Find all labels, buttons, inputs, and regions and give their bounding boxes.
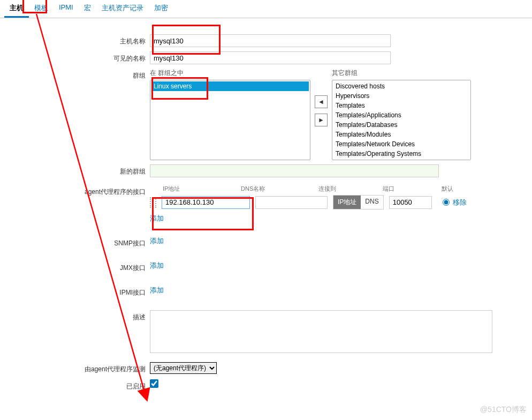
other-groups-select[interactable]: Discovered hostsHypervisorsTemplatesTemp…: [332, 80, 471, 160]
snmp-iface-label: SNMP接口: [0, 236, 150, 248]
host-form: 主机名称 可见的名称 群组 在 群组之中 Linux servers ◄ ► 其…: [0, 18, 532, 391]
add-snmp-iface-link[interactable]: 添加: [150, 237, 164, 245]
in-groups-heading: 在 群组之中: [150, 69, 310, 78]
move-right-button[interactable]: ►: [315, 114, 328, 126]
tab-encryption[interactable]: 加密: [149, 0, 173, 18]
connect-toggle: IP地址 DNS: [333, 195, 384, 209]
add-jmx-iface-link[interactable]: 添加: [150, 261, 164, 269]
hdr-connect: 连接到: [318, 185, 383, 193]
tab-ipmi[interactable]: IPMI: [54, 0, 79, 18]
port-input[interactable]: [389, 196, 432, 209]
tab-macro[interactable]: 宏: [79, 0, 96, 18]
add-ipmi-iface-link[interactable]: 添加: [150, 286, 164, 294]
iface-header: IP地址 DNS名称 连接到 端口 默认: [150, 185, 514, 193]
in-groups-select[interactable]: Linux servers: [150, 80, 310, 160]
other-groups-heading: 其它群组: [332, 69, 471, 78]
visiblename-label: 可见的名称: [0, 51, 150, 63]
enabled-label: 已启用: [0, 379, 150, 391]
proxy-select[interactable]: (无agent代理程序): [150, 362, 217, 374]
hostname-input[interactable]: [150, 34, 391, 47]
description-textarea[interactable]: [150, 310, 492, 353]
default-radio[interactable]: [443, 199, 450, 206]
move-left-button[interactable]: ◄: [315, 95, 328, 108]
monitored-by-label: 由agent代理程序监测: [0, 362, 150, 374]
tab-inventory[interactable]: 主机资产记录: [96, 0, 149, 18]
hdr-dns: DNS名称: [241, 185, 318, 193]
agent-iface-row: IP地址 DNS 移除: [150, 195, 514, 209]
hdr-ip: IP地址: [150, 185, 241, 193]
remove-iface-link[interactable]: 移除: [453, 198, 467, 207]
newgroup-label: 新的群组: [0, 164, 150, 176]
hdr-default: 默认: [442, 185, 468, 193]
add-agent-iface-link[interactable]: 添加: [150, 214, 164, 223]
tab-bar: 主机 模板 IPMI 宏 主机资产记录 加密: [0, 0, 532, 18]
watermark: @51CTO博客: [480, 405, 527, 415]
connect-dns-button[interactable]: DNS: [361, 196, 383, 209]
newgroup-input[interactable]: [150, 164, 439, 177]
agent-iface-label: agent代理程序的接口: [0, 185, 150, 197]
tab-host[interactable]: 主机: [4, 0, 29, 18]
tab-template[interactable]: 模板: [29, 0, 54, 18]
hdr-port: 端口: [383, 185, 442, 193]
visiblename-input[interactable]: [150, 51, 391, 64]
groups-label: 群组: [0, 69, 150, 80]
jmx-iface-label: JMX接口: [0, 261, 150, 273]
hostname-label: 主机名称: [0, 34, 150, 46]
connect-ip-button[interactable]: IP地址: [333, 196, 361, 209]
drag-handle-icon[interactable]: [150, 197, 156, 208]
dns-input[interactable]: [255, 196, 328, 209]
ip-input[interactable]: [162, 196, 250, 209]
ipmi-iface-label: IPMI接口: [0, 286, 150, 297]
description-label: 描述: [0, 310, 150, 322]
enabled-checkbox[interactable]: [150, 379, 158, 388]
